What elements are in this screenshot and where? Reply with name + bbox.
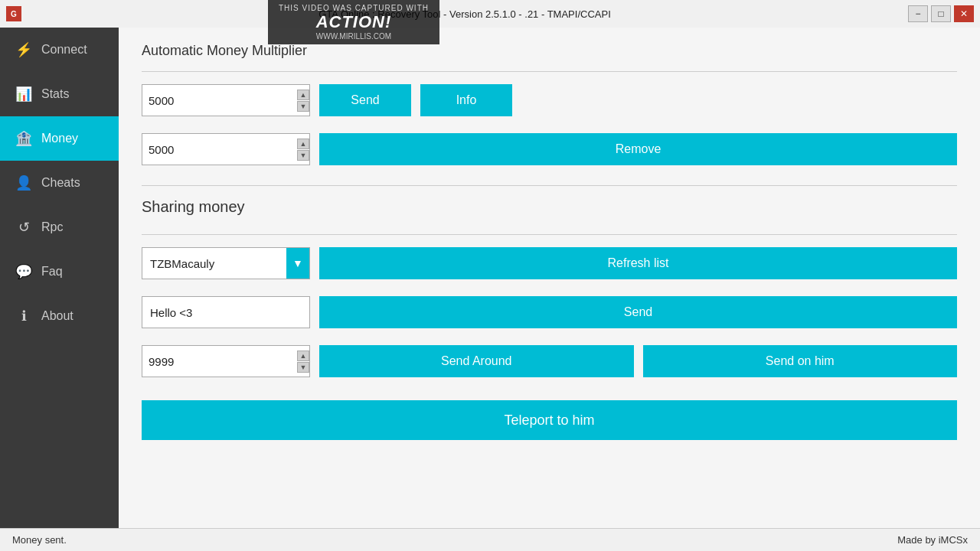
about-icon: ℹ	[15, 308, 32, 324]
amount-input-1[interactable]	[149, 94, 294, 107]
cheats-icon: 👤	[15, 174, 32, 191]
content-area: Automatic Money Multiplier ▲ ▼ Send Info…	[119, 28, 980, 528]
spinner2-up[interactable]: ▲	[297, 139, 309, 149]
sidebar-item-stats[interactable]: 📊 Stats	[0, 72, 119, 116]
sidebar: ⚡ Connect 📊 Stats 🏦 Money 👤 Cheats ↺ Rpc…	[0, 28, 119, 528]
status-bar: Money sent. Made by iMCSx	[0, 528, 980, 551]
spinner3-down[interactable]: ▼	[297, 362, 309, 373]
sidebar-item-cheats[interactable]: 👤 Cheats	[0, 161, 119, 205]
faq-icon: 💬	[15, 263, 32, 280]
amount-spinner-2[interactable]: ▲ ▼	[142, 133, 310, 165]
row-2: ▲ ▼ Remove	[142, 133, 957, 165]
player-selected-label: TZBMacauly	[150, 257, 286, 270]
window-controls: − □ ✕	[908, 5, 974, 22]
sidebar-item-cheats-label: Cheats	[41, 176, 80, 190]
minimize-button[interactable]: −	[908, 5, 928, 22]
send-on-him-button[interactable]: Send on him	[643, 345, 958, 377]
sidebar-item-rpc-label: Rpc	[41, 220, 63, 234]
teleport-button[interactable]: Teleport to him	[142, 400, 957, 440]
rpc-icon: ↺	[15, 219, 32, 236]
amount-input-3[interactable]	[149, 355, 294, 368]
send-button-2[interactable]: Send	[319, 296, 957, 328]
capture-url: WWW.MIRILLIS.COM	[279, 32, 429, 41]
title-bar: G GTA Online : Recovery Tool - Version 2…	[0, 0, 980, 28]
sharing-title: Sharing money	[142, 198, 957, 216]
amount-input-2[interactable]	[149, 143, 294, 156]
row-3: TZBMacauly ▼ Refresh list	[142, 247, 957, 279]
row-5: ▲ ▼ Send Around Send on him	[142, 345, 957, 377]
money-icon: 🏦	[15, 130, 32, 147]
close-button[interactable]: ✕	[954, 5, 974, 22]
divider-2	[142, 185, 957, 186]
sidebar-item-money-label: Money	[41, 132, 78, 145]
sidebar-item-stats-label: Stats	[41, 87, 69, 101]
maximize-button[interactable]: □	[931, 5, 951, 22]
main-container: THIS VIDEO WAS CAPTURED WITH ACTION! WWW…	[0, 28, 980, 528]
amount-spinner-3[interactable]: ▲ ▼	[142, 345, 310, 377]
spinner3-up[interactable]: ▲	[297, 350, 309, 361]
spinner3-arrows: ▲ ▼	[297, 350, 309, 373]
info-button[interactable]: Info	[420, 84, 512, 116]
sidebar-item-faq-label: Faq	[41, 265, 63, 279]
spinner1-down[interactable]: ▼	[297, 101, 309, 112]
send-button-1[interactable]: Send	[319, 84, 411, 116]
action-logo: ACTION!	[279, 12, 429, 32]
remove-button[interactable]: Remove	[319, 133, 957, 165]
divider-3	[142, 234, 957, 235]
connect-icon: ⚡	[15, 41, 32, 58]
capture-overlay: THIS VIDEO WAS CAPTURED WITH ACTION! WWW…	[268, 0, 439, 44]
sidebar-item-about-label: About	[41, 309, 74, 323]
send-around-button[interactable]: Send Around	[319, 345, 634, 377]
auto-money-title: Automatic Money Multiplier	[142, 43, 957, 59]
sidebar-item-connect[interactable]: ⚡ Connect	[0, 28, 119, 72]
sidebar-item-about[interactable]: ℹ About	[0, 294, 119, 338]
sidebar-item-rpc[interactable]: ↺ Rpc	[0, 205, 119, 249]
amount-spinner-1[interactable]: ▲ ▼	[142, 84, 310, 116]
message-input[interactable]	[142, 296, 310, 328]
row-4: Send	[142, 296, 957, 328]
row-1: ▲ ▼ Send Info	[142, 84, 957, 116]
stats-icon: 📊	[15, 86, 32, 103]
sidebar-item-money[interactable]: 🏦 Money	[0, 116, 119, 161]
status-left: Money sent.	[12, 534, 897, 546]
spinner2-down[interactable]: ▼	[297, 150, 309, 161]
refresh-list-button[interactable]: Refresh list	[319, 247, 957, 279]
window-title: GTA Online : Recovery Tool - Version 2.5…	[28, 8, 902, 20]
spinner2-arrows: ▲ ▼	[297, 139, 309, 161]
app-icon: G	[6, 6, 21, 21]
sidebar-item-faq[interactable]: 💬 Faq	[0, 249, 119, 294]
spinner1-up[interactable]: ▲	[297, 90, 309, 100]
sidebar-item-connect-label: Connect	[41, 43, 87, 57]
dropdown-arrow-icon: ▼	[286, 248, 309, 279]
divider-1	[142, 71, 957, 72]
spinner1-arrows: ▲ ▼	[297, 90, 309, 112]
player-dropdown[interactable]: TZBMacauly ▼	[142, 247, 310, 279]
status-right: Made by iMCSx	[897, 534, 968, 546]
capture-text: THIS VIDEO WAS CAPTURED WITH	[279, 4, 429, 12]
